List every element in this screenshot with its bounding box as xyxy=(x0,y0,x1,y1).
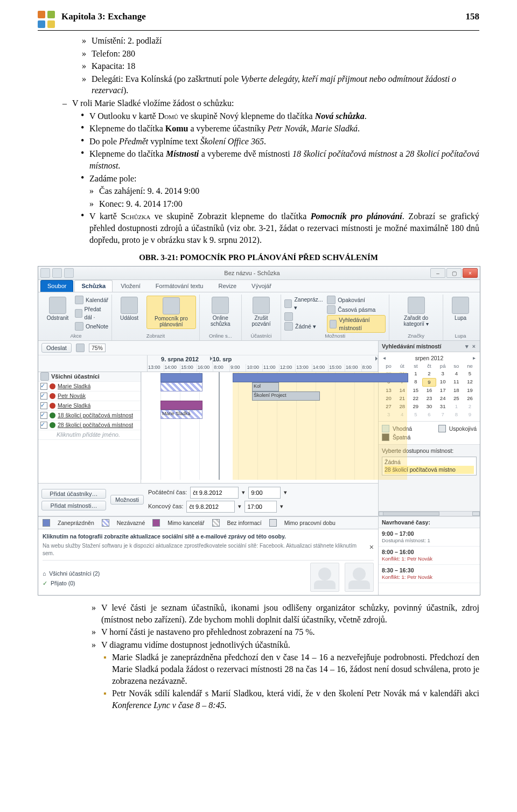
ribbon-mini-button[interactable]: OneNote xyxy=(75,322,108,331)
attendee-checkbox[interactable] xyxy=(40,402,47,409)
calendar-day[interactable]: 2 xyxy=(463,403,477,411)
add-attendees-button[interactable]: Přidat účastníky… xyxy=(41,489,106,499)
suggested-time-item[interactable]: 9:00 – 17:00Dostupná místnost: 1 xyxy=(379,528,480,547)
role-icon xyxy=(50,412,55,418)
calendar-day[interactable]: 3 xyxy=(436,370,450,378)
attendee-checkbox[interactable] xyxy=(40,383,47,390)
ribbon-tab[interactable]: Schůzka xyxy=(74,280,113,292)
accepted-expand[interactable]: Přijato (0) xyxy=(51,579,75,587)
calendar-day[interactable]: 9 xyxy=(463,411,477,419)
attendee-row[interactable]: Marie Sladká xyxy=(38,382,141,391)
calendar-day[interactable]: 15 xyxy=(409,387,422,395)
end-date-input[interactable] xyxy=(186,501,235,513)
attendee-row[interactable]: Marie Sladká xyxy=(38,401,141,411)
qat-undo-icon[interactable] xyxy=(52,268,62,278)
ribbon-button[interactable]: Událost xyxy=(115,296,143,322)
options-button[interactable]: Možnosti xyxy=(110,495,144,505)
ribbon-tab[interactable]: Soubor xyxy=(40,280,73,292)
calendar-day[interactable]: 8 xyxy=(450,411,463,419)
ribbon-button[interactable]: Pomocník pro plánování xyxy=(146,296,196,329)
pane-options-icon[interactable]: ▾ × xyxy=(465,342,477,350)
ribbon-group-label: Značky xyxy=(389,333,443,340)
calendar-day[interactable]: 4 xyxy=(450,370,463,378)
calendar-day[interactable]: 1 xyxy=(409,370,422,378)
hour-label: 9:00 xyxy=(230,364,247,372)
add-rooms-button[interactable]: Přidat místnosti… xyxy=(41,501,106,510)
calendar-day[interactable]: 24 xyxy=(436,395,450,403)
calendar-day[interactable]: 18 xyxy=(450,387,463,395)
calendar-day[interactable]: 26 xyxy=(463,395,477,403)
calendar-day[interactable]: 8 xyxy=(409,378,422,387)
ribbon-mini-button[interactable]: Žádné ▾ xyxy=(284,322,324,331)
send-button[interactable]: Odeslat xyxy=(41,343,72,353)
ribbon-mini-icon xyxy=(327,296,336,304)
minimize-button[interactable]: – xyxy=(430,268,445,278)
calendar-day[interactable]: 1 xyxy=(450,403,463,411)
ribbon-button[interactable]: Zařadit do kategorií ▾ xyxy=(393,296,439,328)
horizontal-scrollbar[interactable] xyxy=(379,511,480,516)
calendar-day[interactable]: 16 xyxy=(422,387,436,395)
prev-month-icon[interactable]: ◂ xyxy=(383,354,386,362)
ribbon-mini-icon xyxy=(284,312,293,321)
calendar-day[interactable]: 22 xyxy=(409,395,422,403)
attendee-row[interactable]: 18 školicí počítačová místnost xyxy=(38,411,141,421)
ribbon-group-label: Zobrazit xyxy=(112,333,199,340)
ribbon-mini-icon xyxy=(284,322,293,331)
calendar-day[interactable]: 19 xyxy=(463,387,477,395)
ribbon-mini-button[interactable]: Zanepráz... ▾ xyxy=(284,296,324,311)
ribbon-mini-button[interactable]: Časová pásma xyxy=(327,305,386,314)
calendar-day[interactable]: 29 xyxy=(409,403,422,411)
zoom-level[interactable]: 75% xyxy=(89,344,106,352)
dow-label: čt xyxy=(422,363,436,370)
maximize-button[interactable]: ▢ xyxy=(446,268,462,278)
start-date-input[interactable] xyxy=(190,487,239,499)
social-close-icon[interactable]: × xyxy=(369,542,374,552)
qat-save-icon[interactable] xyxy=(40,268,50,278)
attendee-checkbox[interactable] xyxy=(40,393,47,400)
attendee-checkbox[interactable] xyxy=(40,412,47,419)
ribbon-tab[interactable]: Formátování textu xyxy=(149,280,211,292)
quick-access-toolbar[interactable] xyxy=(40,268,74,278)
ribbon-mini-button[interactable]: Opakování xyxy=(327,296,386,304)
ribbon-mini-button[interactable]: Předat dál · xyxy=(75,305,108,320)
ribbon-mini-button[interactable]: Kalendář xyxy=(75,296,108,304)
ribbon-mini-button[interactable]: Vyhledávání místností xyxy=(327,315,386,332)
all-attendees-expand[interactable]: Všichni účastníci (2) xyxy=(49,570,100,577)
calendar-day[interactable]: 31 xyxy=(436,403,450,411)
attendee-checkbox[interactable] xyxy=(40,422,47,429)
add-attendee-hint[interactable]: Kliknutím přidáte jméno. xyxy=(57,431,120,439)
attendee-row[interactable]: 28 školicí počítačová místnost xyxy=(38,421,141,430)
calendar-day[interactable]: 23 xyxy=(422,395,436,403)
ribbon-button[interactable]: Zrušit pozvání xyxy=(245,296,277,328)
calendar-day[interactable]: 7 xyxy=(436,411,450,419)
ribbon-button[interactable]: Online schůzka xyxy=(203,296,238,328)
end-time-input[interactable] xyxy=(244,501,277,513)
ribbon-tab[interactable]: Vývojář xyxy=(244,280,278,292)
calendar-day[interactable]: 5 xyxy=(409,411,422,419)
calendar-day[interactable]: 11 xyxy=(450,378,463,387)
social-hint[interactable]: Na webu služby Stažení softwaru je k dis… xyxy=(43,542,364,557)
zoom-icon[interactable] xyxy=(76,344,85,352)
suggested-time-item[interactable]: 8:00 – 16:00Konflikt: 1: Petr Novák xyxy=(379,547,480,565)
calendar-day[interactable]: 12 xyxy=(463,378,477,387)
ribbon-button[interactable]: Lupa xyxy=(446,296,474,322)
ribbon-mini-button[interactable] xyxy=(284,312,324,321)
next-month-icon[interactable]: ▸ xyxy=(473,354,476,362)
timeline-grid[interactable]: KolŠkolení ProjectMarie Sladká xyxy=(141,372,378,480)
ribbon-tab[interactable]: Revize xyxy=(211,280,243,292)
calendar-day[interactable]: 25 xyxy=(450,395,463,403)
qat-redo-icon[interactable] xyxy=(64,268,74,278)
calendar-day[interactable]: 2 xyxy=(422,370,436,378)
ribbon-button[interactable]: Odstranit xyxy=(44,296,72,322)
ribbon-tab[interactable]: Vložení xyxy=(114,280,148,292)
calendar-day[interactable]: 30 xyxy=(422,403,436,411)
suggested-time-item[interactable]: 8:30 – 16:30Konflikt: 1: Petr Novák xyxy=(379,565,480,583)
attendee-row[interactable]: Petr Novák xyxy=(38,391,141,401)
calendar-day[interactable]: 5 xyxy=(463,370,477,378)
calendar-day[interactable]: 17 xyxy=(436,387,450,395)
calendar-day[interactable]: 10 xyxy=(436,378,450,387)
calendar-day[interactable]: 6 xyxy=(422,411,436,419)
close-button[interactable]: × xyxy=(463,268,478,278)
calendar-day[interactable]: 9 xyxy=(422,378,436,387)
start-time-input[interactable] xyxy=(248,487,281,499)
